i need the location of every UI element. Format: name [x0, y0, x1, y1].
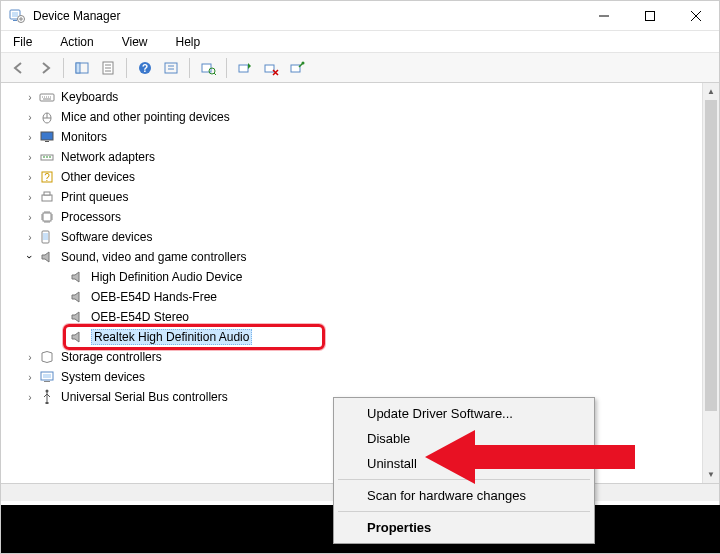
forward-button[interactable]: [33, 56, 57, 80]
tree-label: Processors: [61, 210, 121, 224]
show-hide-tree-button[interactable]: [70, 56, 94, 80]
tree-node-mice[interactable]: › Mice and other pointing devices: [1, 107, 702, 127]
svg-point-16: [302, 61, 305, 64]
context-menu: Update Driver Software... Disable Uninst…: [333, 397, 595, 544]
toolbar-separator: [126, 58, 127, 78]
chevron-right-icon[interactable]: ›: [23, 150, 37, 164]
speaker-icon: [39, 249, 55, 265]
tree-node-network[interactable]: › Network adapters: [1, 147, 702, 167]
chevron-right-icon[interactable]: ›: [23, 370, 37, 384]
svg-text:?: ?: [44, 172, 50, 183]
scroll-track[interactable]: [703, 100, 719, 466]
keyboard-icon: [39, 89, 55, 105]
ctx-properties[interactable]: Properties: [337, 515, 591, 540]
menu-action[interactable]: Action: [54, 33, 99, 51]
update-driver-button[interactable]: [233, 56, 257, 80]
svg-rect-14: [265, 65, 274, 72]
svg-point-32: [46, 390, 49, 393]
ctx-disable[interactable]: Disable: [337, 426, 591, 451]
tree-node-monitors[interactable]: › Monitors: [1, 127, 702, 147]
tree-node-storage[interactable]: › Storage controllers: [1, 347, 702, 367]
svg-rect-31: [44, 381, 50, 382]
tree-label: Network adapters: [61, 150, 155, 164]
window-title: Device Manager: [33, 9, 581, 23]
tree-label: OEB-E54D Stereo: [91, 310, 189, 324]
ctx-update-driver[interactable]: Update Driver Software...: [337, 401, 591, 426]
window-controls: [581, 1, 719, 30]
ctx-scan[interactable]: Scan for hardware changes: [337, 483, 591, 508]
svg-rect-11: [202, 64, 211, 72]
tree-label: Sound, video and game controllers: [61, 250, 246, 264]
help-button[interactable]: ?: [133, 56, 157, 80]
tree-node-processors[interactable]: › Processors: [1, 207, 702, 227]
storage-icon: [39, 349, 55, 365]
svg-rect-28: [43, 233, 48, 240]
toolbar-separator: [63, 58, 64, 78]
chevron-right-icon[interactable]: ›: [23, 210, 37, 224]
tree-node-hd-audio[interactable]: High Definition Audio Device: [1, 267, 702, 287]
action-button[interactable]: [159, 56, 183, 80]
spacer: [53, 270, 67, 284]
svg-rect-13: [239, 65, 248, 72]
svg-rect-20: [45, 141, 49, 142]
tree-label: Storage controllers: [61, 350, 162, 364]
tree-node-oeb-handsfree[interactable]: OEB-E54D Hands-Free: [1, 287, 702, 307]
tree-node-other[interactable]: › ? Other devices: [1, 167, 702, 187]
tree-node-software[interactable]: › Software devices: [1, 227, 702, 247]
tree-label: OEB-E54D Hands-Free: [91, 290, 217, 304]
menu-help[interactable]: Help: [170, 33, 207, 51]
tree-label: Realtek High Definition Audio: [94, 330, 249, 344]
chevron-right-icon[interactable]: ›: [23, 390, 37, 404]
spacer: [53, 290, 67, 304]
back-button[interactable]: [7, 56, 31, 80]
tree-node-print[interactable]: › Print queues: [1, 187, 702, 207]
ctx-uninstall[interactable]: Uninstall: [337, 451, 591, 476]
scan-hardware-button[interactable]: [196, 56, 220, 80]
tree-node-realtek[interactable]: Realtek High Definition Audio: [1, 327, 702, 347]
device-manager-window: Device Manager File Action View Help: [0, 0, 720, 554]
tree-node-keyboards[interactable]: › Keyboards: [1, 87, 702, 107]
chevron-right-icon[interactable]: ›: [23, 170, 37, 184]
chevron-down-icon[interactable]: ›: [23, 250, 37, 264]
minimize-button[interactable]: [581, 1, 627, 30]
tree-node-oeb-stereo[interactable]: OEB-E54D Stereo: [1, 307, 702, 327]
svg-rect-15: [291, 65, 300, 72]
svg-rect-4: [646, 11, 655, 20]
speaker-icon: [69, 289, 85, 305]
svg-rect-33: [46, 402, 49, 404]
close-button[interactable]: [673, 1, 719, 30]
chevron-right-icon[interactable]: ›: [23, 130, 37, 144]
menubar: File Action View Help: [1, 31, 719, 53]
chevron-right-icon[interactable]: ›: [23, 90, 37, 104]
usb-icon: [39, 389, 55, 405]
properties-button[interactable]: [96, 56, 120, 80]
toolbar-separator: [226, 58, 227, 78]
selected-label-wrap: Realtek High Definition Audio: [91, 329, 252, 345]
chevron-right-icon[interactable]: ›: [23, 110, 37, 124]
other-device-icon: ?: [39, 169, 55, 185]
toolbar: ?: [1, 53, 719, 83]
vertical-scrollbar[interactable]: ▲ ▼: [702, 83, 719, 483]
tree-label: Other devices: [61, 170, 135, 184]
printer-icon: [39, 189, 55, 205]
uninstall-button[interactable]: [259, 56, 283, 80]
maximize-button[interactable]: [627, 1, 673, 30]
system-icon: [39, 369, 55, 385]
toolbar-separator: [189, 58, 190, 78]
tree-node-sound[interactable]: › Sound, video and game controllers: [1, 247, 702, 267]
menu-file[interactable]: File: [7, 33, 38, 51]
disable-button[interactable]: [285, 56, 309, 80]
tree-node-system[interactable]: › System devices: [1, 367, 702, 387]
svg-rect-19: [41, 132, 53, 140]
scroll-up-button[interactable]: ▲: [703, 83, 719, 100]
menu-view[interactable]: View: [116, 33, 154, 51]
chevron-right-icon[interactable]: ›: [23, 230, 37, 244]
processor-icon: [39, 209, 55, 225]
chevron-right-icon[interactable]: ›: [23, 350, 37, 364]
tree-label: Universal Serial Bus controllers: [61, 390, 228, 404]
scroll-down-button[interactable]: ▼: [703, 466, 719, 483]
scroll-thumb[interactable]: [705, 100, 717, 411]
spacer: [53, 330, 67, 344]
chevron-right-icon[interactable]: ›: [23, 190, 37, 204]
speaker-icon: [69, 269, 85, 285]
